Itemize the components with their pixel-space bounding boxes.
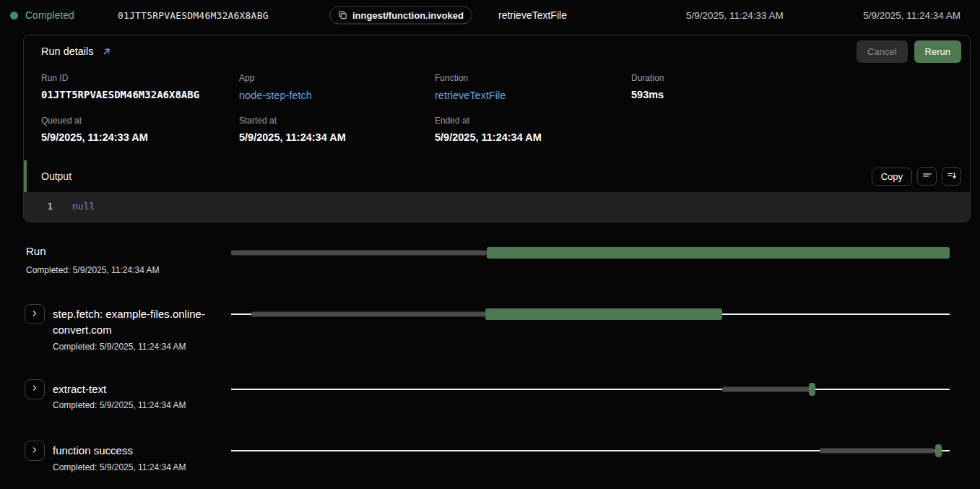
field-label: Duration	[631, 73, 953, 83]
cancel-button[interactable]: Cancel	[857, 40, 907, 63]
event-badge-label: inngest/function.invoked	[352, 10, 464, 21]
step-info: step.fetch: example-files.online-convert…	[0, 304, 231, 352]
output-actions: Copy	[872, 167, 961, 186]
field-value: 01JTT5RPVAESDM46M32A6X8ABG	[41, 89, 239, 100]
rerun-button[interactable]: Rerun	[914, 40, 961, 63]
step-text: step.fetch: example-files.online-convert…	[53, 304, 208, 352]
step-info: function success Completed: 5/9/2025, 11…	[0, 441, 231, 472]
run-details-card: Run details Cancel Rerun Run ID 01JTT5RP…	[23, 35, 971, 222]
field-label: Run ID	[41, 73, 239, 83]
expand-step-button[interactable]	[25, 304, 45, 324]
expand-step-button[interactable]	[25, 441, 45, 461]
field-label: App	[239, 73, 435, 83]
output-title: Output	[41, 170, 71, 182]
step-completed: Completed: 5/9/2025, 11:24:34 AM	[53, 342, 208, 352]
field-function: Function retrieveTextFile	[435, 73, 631, 102]
wrap-text-button[interactable]	[917, 167, 937, 186]
wrap-text-icon	[922, 170, 932, 183]
field-value: 5/9/2025, 11:24:33 AM	[41, 131, 239, 143]
step-label: step.fetch: example-files.online-convert…	[53, 306, 208, 338]
event-badge[interactable]: inngest/function.invoked	[329, 7, 472, 25]
field-queued-at: Queued at 5/9/2025, 11:24:33 AM	[41, 116, 239, 143]
timeline-run-row: Run Completed: 5/9/2025, 11:24:34 AM	[0, 245, 980, 275]
field-value: 5/9/2025, 11:24:34 AM	[239, 131, 435, 143]
timeline-step-row-function-success: function success Completed: 5/9/2025, 11…	[0, 441, 980, 472]
step-info: extract-text Completed: 5/9/2025, 11:24:…	[0, 379, 231, 411]
header-buttons: Cancel Rerun	[857, 40, 961, 63]
field-app: App node-step-fetch	[239, 73, 435, 102]
chevron-right-icon	[30, 384, 39, 394]
run-id-text: 01JTT5RPVAESDM46M32A6X8ABG	[118, 10, 269, 21]
chevron-right-icon	[30, 309, 39, 320]
field-label: Queued at	[41, 116, 239, 126]
copy-icon	[338, 11, 347, 20]
function-link[interactable]: retrieveTextFile	[435, 90, 506, 101]
run-details-header: Run details Cancel Rerun	[24, 35, 970, 67]
field-label: Started at	[239, 116, 435, 126]
started-timestamp: 5/9/2025, 11:24:34 AM	[863, 10, 961, 21]
app-link[interactable]: node-step-fetch	[239, 90, 312, 101]
field-ended-at: Ended at 5/9/2025, 11:24:34 AM	[435, 116, 631, 143]
step-progress-bar	[231, 304, 950, 324]
step-progress-bar	[231, 379, 950, 399]
field-label: Ended at	[435, 116, 631, 126]
status-dot-icon	[10, 12, 18, 20]
field-label: Function	[435, 73, 631, 83]
expand-step-button[interactable]	[25, 379, 45, 399]
step-text: extract-text Completed: 5/9/2025, 11:24:…	[53, 379, 186, 411]
field-run-id: Run ID 01JTT5RPVAESDM46M32A6X8ABG	[41, 73, 239, 102]
step-completed: Completed: 5/9/2025, 11:24:34 AM	[53, 462, 186, 472]
run-status-bar: Completed 01JTT5RPVAESDM46M32A6X8ABG inn…	[0, 0, 980, 30]
output-accent-bar	[24, 160, 27, 192]
step-label: extract-text	[53, 381, 186, 397]
run-details-title: Run details	[41, 46, 94, 57]
step-completed: Completed: 5/9/2025, 11:24:34 AM	[53, 400, 186, 410]
chevron-right-icon	[30, 446, 39, 456]
field-started-at: Started at 5/9/2025, 11:24:34 AM	[239, 116, 435, 143]
field-value: 5/9/2025, 11:24:34 AM	[435, 131, 631, 143]
field-value: 593ms	[631, 89, 953, 100]
line-number: 1	[24, 201, 53, 212]
function-name-text: retrieveTextFile	[498, 9, 567, 21]
run-row-completed: Completed: 5/9/2025, 11:24:34 AM	[26, 265, 231, 275]
run-progress-bar	[231, 245, 950, 261]
step-label: function success	[53, 443, 186, 459]
scroll-to-bottom-button[interactable]	[942, 167, 961, 186]
output-code: null	[72, 201, 95, 212]
timeline-step-row-extract-text: extract-text Completed: 5/9/2025, 11:24:…	[0, 379, 980, 411]
timeline-step-row-fetch: step.fetch: example-files.online-convert…	[0, 304, 980, 352]
status-group: Completed	[10, 9, 74, 21]
run-timeline: Run Completed: 5/9/2025, 11:24:34 AM ste…	[0, 213, 980, 489]
output-section-header: Output Copy	[24, 160, 970, 192]
field-duration: Duration 593ms	[631, 73, 953, 102]
external-link-icon[interactable]	[102, 47, 111, 56]
step-progress-bar	[231, 441, 950, 461]
run-row-label: Run	[26, 245, 231, 257]
run-metadata-grid: Run ID 01JTT5RPVAESDM46M32A6X8ABG App no…	[24, 67, 970, 160]
copy-output-button[interactable]: Copy	[872, 168, 912, 186]
status-label: Completed	[25, 9, 74, 21]
scroll-to-bottom-icon	[947, 170, 957, 183]
queued-timestamp: 5/9/2025, 11:24:33 AM	[686, 10, 784, 21]
step-text: function success Completed: 5/9/2025, 11…	[53, 441, 186, 472]
run-row-info: Run Completed: 5/9/2025, 11:24:34 AM	[0, 245, 231, 275]
